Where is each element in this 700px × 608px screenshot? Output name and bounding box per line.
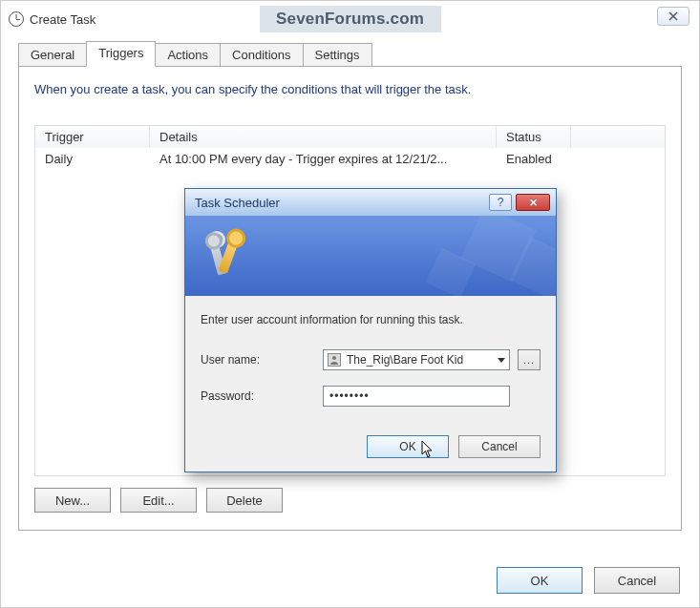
watermark: SevenForums.com — [260, 6, 441, 32]
svg-point-0 — [332, 356, 336, 360]
tab-triggers[interactable]: Triggers — [86, 41, 156, 67]
window-title: Create Task — [30, 12, 95, 27]
tab-conditions[interactable]: Conditions — [220, 43, 303, 67]
password-mask: •••••••• — [329, 389, 370, 403]
dialog-body: Enter user account information for runni… — [185, 296, 556, 472]
scheduler-icon — [9, 11, 24, 27]
tab-settings[interactable]: Settings — [303, 43, 372, 67]
username-label: User name: — [201, 353, 315, 367]
cancel-button[interactable]: Cancel — [594, 567, 680, 594]
col-trigger[interactable]: Trigger — [35, 126, 150, 148]
username-combobox[interactable]: The_Rig\Bare Foot Kid — [323, 349, 510, 370]
dialog-banner — [185, 216, 556, 296]
footer-buttons: OK Cancel — [497, 567, 680, 594]
window-close-button[interactable] — [657, 7, 689, 26]
cell-trigger: Daily — [35, 148, 150, 170]
col-spacer — [571, 126, 665, 148]
dialog-cancel-button[interactable]: Cancel — [458, 435, 541, 458]
dialog-message: Enter user account information for runni… — [201, 313, 541, 326]
dialog-close-button[interactable]: ✕ — [516, 194, 550, 211]
col-details[interactable]: Details — [150, 126, 497, 148]
trigger-buttons: New... Edit... Delete — [34, 488, 666, 513]
dialog-title: Task Scheduler — [191, 196, 489, 210]
keys-icon — [204, 227, 252, 284]
col-status[interactable]: Status — [497, 126, 571, 148]
edit-button[interactable]: Edit... — [120, 488, 197, 513]
cell-details: At 10:00 PM every day - Trigger expires … — [150, 148, 497, 170]
password-row: Password: •••••••• — [201, 386, 541, 407]
dialog-help-button[interactable]: ? — [489, 194, 512, 211]
titlebar: Create Task SevenForums.com — [1, 1, 699, 37]
delete-button[interactable]: Delete — [206, 488, 283, 513]
username-value: The_Rig\Bare Foot Kid — [347, 353, 463, 367]
tabbar: General Triggers Actions Conditions Sett… — [18, 43, 682, 67]
table-row[interactable]: Daily At 10:00 PM every day - Trigger ex… — [35, 148, 665, 170]
cell-status: Enabled — [497, 148, 571, 170]
chevron-down-icon — [498, 358, 505, 363]
password-label: Password: — [201, 389, 315, 403]
dialog-titlebar: Task Scheduler ? ✕ — [185, 189, 556, 216]
close-icon: ✕ — [529, 197, 538, 209]
user-icon — [328, 353, 341, 367]
table-header: Trigger Details Status — [35, 126, 665, 148]
password-input[interactable]: •••••••• — [323, 386, 510, 407]
tab-actions[interactable]: Actions — [155, 43, 221, 67]
username-row: User name: The_Rig\Bare Foot Kid ... — [201, 349, 541, 370]
dialog-footer: OK Cancel — [201, 435, 541, 458]
dialog-ok-button[interactable]: OK — [367, 435, 449, 458]
mouse-cursor-icon — [421, 440, 435, 459]
close-icon — [668, 11, 679, 21]
browse-button[interactable]: ... — [518, 349, 541, 370]
tab-general[interactable]: General — [18, 43, 87, 67]
triggers-intro-text: When you create a task, you can specify … — [34, 82, 666, 96]
new-button[interactable]: New... — [34, 488, 111, 513]
credentials-dialog: Task Scheduler ? ✕ Enter user account in… — [184, 188, 557, 472]
banner-decoration — [384, 216, 556, 296]
ok-button[interactable]: OK — [497, 567, 583, 594]
help-icon: ? — [498, 196, 504, 209]
create-task-window: Create Task SevenForums.com General Trig… — [0, 0, 700, 608]
